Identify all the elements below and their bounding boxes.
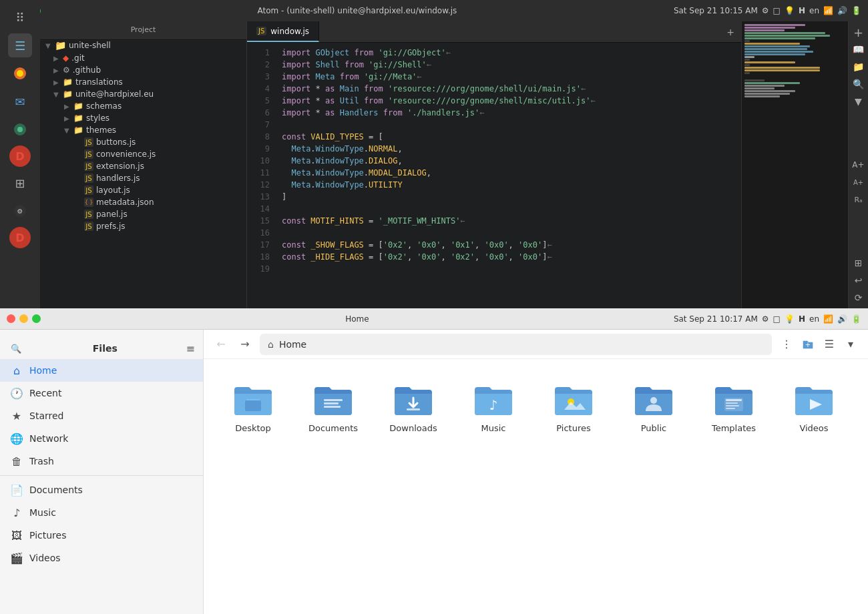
minimap-view[interactable] [742, 21, 848, 308]
tab-js-icon: JS [256, 27, 266, 35]
atom-fontsize-icon[interactable]: Rₐ [851, 192, 867, 208]
folder-videos[interactable]: Videos [781, 375, 847, 438]
tree-arrow: ▶ [53, 55, 60, 62]
tree-item-prefs-js[interactable]: JS prefs.js [40, 220, 246, 232]
new-folder-button[interactable]: + [799, 335, 817, 354]
list-view-button[interactable]: ☰ [820, 335, 839, 354]
sidebar-item-trash[interactable]: 🗑 Trash [0, 450, 203, 473]
atom-firefox-icon[interactable] [8, 61, 32, 85]
sidebar-item-videos[interactable]: 🎬 Videos [0, 547, 203, 569]
back-button[interactable]: ← [212, 335, 230, 354]
location-text: Home [279, 339, 306, 350]
atom-eye-icon[interactable] [8, 117, 32, 141]
atom-disp-icon[interactable]: D [9, 145, 31, 167]
folder-icon: 📁 [73, 101, 83, 111]
forward-button[interactable]: → [236, 335, 254, 354]
ln10: 10 [247, 155, 275, 167]
folder-templates[interactable]: Templates [700, 375, 767, 438]
atom-mail-icon[interactable]: ✉ [8, 89, 32, 113]
atom-list-icon[interactable]: ☰ [8, 33, 32, 57]
svg-text:⚙: ⚙ [17, 208, 23, 215]
tree-item-themes[interactable]: ▼ 📁 themes [40, 124, 246, 136]
tree-item-buttons-js[interactable]: JS buttons.js [40, 136, 246, 148]
atom-split-icon[interactable]: ⊞ [8, 171, 32, 195]
atom-fontdown-icon[interactable]: A+ [851, 174, 867, 190]
atom-body: ⠿ ☰ ✉ D ⊞ ⚙ D Project ▼ 📁 unite-sh [0, 21, 868, 308]
folder-documents[interactable]: Documents [300, 375, 367, 438]
tray-wifi-icon: 📶 [823, 6, 833, 15]
tree-label: metadata.json [96, 198, 154, 207]
network-icon: 🌐 [11, 432, 23, 444]
ln14: 14 [247, 203, 275, 215]
ln15: 15 [247, 215, 275, 227]
atom-fontup-icon[interactable]: A+ [851, 157, 867, 173]
sidebar-videos-label: Videos [29, 553, 61, 563]
sidebar-item-pictures[interactable]: 🖼 Pictures [0, 524, 203, 547]
code-line-15: const MOTIF_HINTS = '_MOTIF_WM_HINTS'← [282, 215, 734, 227]
ln12: 12 [247, 179, 275, 191]
documents-icon: 📄 [11, 484, 23, 496]
tree-arrow: ▼ [53, 91, 60, 98]
tree-item-layout-js[interactable]: JS layout.js [40, 184, 246, 196]
tree-item-translations[interactable]: ▶ 📁 translations [40, 76, 246, 88]
files-search-button[interactable]: 🔍 [8, 340, 24, 356]
files-maximize-button[interactable] [32, 314, 41, 323]
tree-item-handlers-js[interactable]: JS handlers.js [40, 172, 246, 184]
files-close-button[interactable] [7, 314, 15, 323]
svg-point-3 [17, 127, 23, 132]
tray-lightbulb-icon: 💡 [785, 6, 795, 15]
view-options-button[interactable]: ▾ [841, 335, 860, 354]
atom-book-icon[interactable]: 📖 [851, 41, 867, 57]
sidebar-item-network[interactable]: 🌐 Network [0, 427, 203, 450]
tree-item-unite-shell[interactable]: ▼ 📁 unite-shell [40, 39, 246, 52]
tree-label: .git [71, 53, 84, 63]
tree-label: themes [86, 125, 116, 135]
tree-item-git[interactable]: ▶ ◆ .git [40, 52, 246, 64]
location-bar[interactable]: ⌂ Home [260, 334, 772, 355]
ln11: 11 [247, 167, 275, 179]
atom-wrap-icon[interactable]: ↩ [851, 272, 867, 288]
folder-desktop[interactable]: Desktop [220, 375, 286, 438]
atom-window: Atom - (unite-shell) unite@hardpixel.eu/… [0, 0, 868, 308]
folder-downloads[interactable]: Downloads [380, 375, 447, 438]
more-options-button[interactable]: ⋮ [777, 335, 796, 354]
sidebar-item-documents[interactable]: 📄 Documents [0, 479, 203, 501]
code-content[interactable]: import GObject from 'gi://GObject'← impo… [275, 43, 741, 308]
sidebar-item-music[interactable]: ♪ Music [0, 501, 203, 524]
atom-filter-icon[interactable]: ▼ [851, 93, 867, 109]
tree-item-github[interactable]: ▶ ⚙ .github [40, 64, 246, 76]
atom-scroll-icon[interactable]: ⟳ [851, 290, 867, 306]
files-tray-battery: 🔋 [851, 314, 861, 324]
atom-disp2-icon[interactable]: D [9, 227, 31, 248]
sidebar-item-recent[interactable]: 🕐 Recent [0, 382, 203, 404]
sidebar-item-starred[interactable]: ★ Starred [0, 404, 203, 427]
atom-github-icon[interactable]: ⚙ [8, 199, 32, 223]
js-icon: JS [84, 174, 93, 183]
folder-pictures[interactable]: Pictures [540, 375, 607, 438]
atom-plus-icon[interactable]: + [851, 24, 867, 40]
atom-tab-windowjs[interactable]: JS window.js [247, 21, 319, 42]
tree-item-metadata-json[interactable]: { } metadata.json [40, 196, 246, 208]
atom-titlebar: Atom - (unite-shell) unite@hardpixel.eu/… [0, 0, 868, 21]
tree-item-extension-js[interactable]: JS extension.js [40, 160, 246, 172]
folder-icon: 📁 [63, 89, 73, 99]
atom-search2-icon[interactable]: 🔍 [851, 76, 867, 92]
tree-item-unite-hardpixel[interactable]: ▼ 📁 unite@hardpixel.eu [40, 88, 246, 100]
folder-public[interactable]: Public [620, 375, 687, 438]
files-sidebar-menu-button[interactable]: ≡ [186, 342, 195, 355]
atom-zoom-icon[interactable]: ⊞ [851, 255, 867, 271]
tree-item-convenience-js[interactable]: JS convenience.js [40, 148, 246, 160]
folder-music[interactable]: ♪ Music [460, 375, 527, 438]
svg-point-21 [650, 397, 657, 404]
sidebar-item-home[interactable]: ⌂ Home [0, 359, 203, 382]
atom-folder-icon[interactable]: 📁 [851, 59, 867, 75]
code-line-9: Meta.WindowType.NORMAL, [282, 143, 734, 155]
files-minimize-button[interactable] [19, 314, 28, 323]
folder-videos-label: Videos [799, 423, 828, 433]
atom-grid-icon[interactable]: ⠿ [8, 21, 32, 29]
recent-icon: 🕐 [11, 387, 23, 399]
tree-item-styles[interactable]: ▶ 📁 styles [40, 112, 246, 124]
tree-item-schemas[interactable]: ▶ 📁 schemas [40, 100, 246, 112]
tree-item-panel-js[interactable]: JS panel.js [40, 208, 246, 220]
atom-tab-add-button[interactable]: + [722, 24, 738, 40]
